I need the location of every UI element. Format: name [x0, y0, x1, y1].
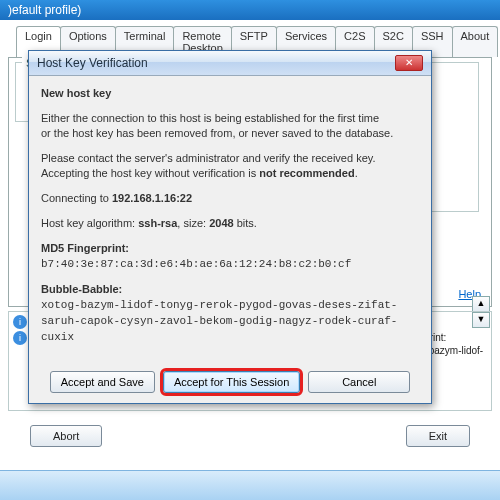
accept-session-button[interactable]: Accept for This Session — [163, 371, 300, 393]
info-icon: i — [13, 331, 27, 345]
abort-button[interactable]: Abort — [30, 425, 102, 447]
taskbar — [0, 470, 500, 500]
dialog-text: Please contact the server's administrato… — [41, 152, 376, 164]
algo-value: ssh-rsa — [138, 217, 177, 229]
exit-button[interactable]: Exit — [406, 425, 470, 447]
connecting-host: 192.168.1.16:22 — [112, 192, 192, 204]
dialog-heading: New host key — [41, 87, 111, 99]
scroll-up-button[interactable]: ▲ — [472, 296, 490, 312]
bubble-value: xotog-bazym-lidof-tonyg-rerok-pygod-gova… — [41, 299, 397, 343]
tab-about[interactable]: About — [452, 26, 499, 57]
close-icon[interactable]: ✕ — [395, 55, 423, 71]
bottom-button-bar: Abort Exit — [0, 415, 500, 457]
info-icon: i — [13, 315, 27, 329]
dialog-body: New host key Either the connection to th… — [29, 76, 431, 365]
host-key-dialog: Host Key Verification ✕ New host key Eit… — [28, 50, 432, 404]
dialog-title-text: Host Key Verification — [37, 56, 148, 70]
cancel-button[interactable]: Cancel — [308, 371, 410, 393]
algo-label: Host key algorithm: — [41, 217, 138, 229]
md5-label: MD5 Fingerprint: — [41, 242, 129, 254]
window-title: )efault profile) — [0, 0, 500, 20]
connecting-label: Connecting to — [41, 192, 112, 204]
size-label: , size: — [177, 217, 209, 229]
size-value: 2048 — [209, 217, 233, 229]
accept-save-button[interactable]: Accept and Save — [50, 371, 155, 393]
dialog-text: or the host key has been removed from, o… — [41, 127, 393, 139]
dialog-text: Accepting the host key without verificat… — [41, 167, 259, 179]
dialog-titlebar: Host Key Verification ✕ — [29, 51, 431, 76]
dialog-text: Either the connection to this host is be… — [41, 112, 379, 124]
dialog-text-bold: not recommended — [259, 167, 354, 179]
bubble-label: Bubble-Babble: — [41, 283, 122, 295]
md5-value: b7:40:3e:87:ca:3d:e6:4b:ae:6a:12:24:b8:c… — [41, 258, 351, 270]
size-unit: bits. — [234, 217, 257, 229]
dialog-button-row: Accept and Save Accept for This Session … — [29, 365, 431, 403]
